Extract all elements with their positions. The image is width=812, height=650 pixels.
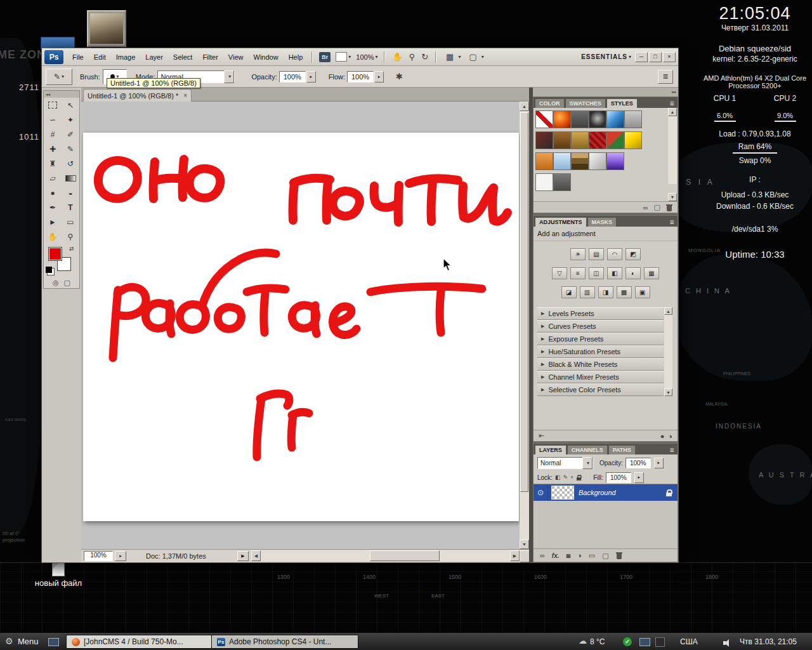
threshold-icon[interactable]: ◨ [598,286,613,298]
tab-paths[interactable]: PATHS [608,445,636,454]
taskbar-menu-button[interactable]: Menu [18,637,39,646]
style-swatch[interactable] [553,173,571,191]
curves-icon[interactable]: ◠ [607,248,622,260]
image-viewport[interactable] [81,102,520,549]
photo-filter-icon[interactable]: ◐ [625,267,641,279]
hand-pan-icon[interactable]: ✋ [389,52,405,62]
scroll-down-button[interactable]: ▼ [668,193,677,201]
layer-blend-mode-dropdown[interactable]: Normal ▾ [537,457,593,469]
brush-tool[interactable]: ✎ [62,142,79,156]
new-layer-icon[interactable]: ▢ [602,552,608,560]
style-swatch[interactable] [606,152,624,170]
style-swatch[interactable] [535,152,553,170]
style-swatch[interactable] [589,131,606,149]
screen-mode-toggle[interactable]: ▢ [64,279,70,287]
tab-color[interactable]: COLOR [535,98,565,108]
link-style-icon[interactable]: ∞ [643,204,648,211]
delete-layer-icon[interactable] [616,552,622,559]
style-swatch[interactable] [624,110,642,128]
tab-close-icon[interactable]: × [183,92,187,99]
show-desktop-icon[interactable] [48,638,59,646]
quick-mask-button[interactable]: ◎ [53,279,59,287]
style-swatch[interactable] [535,173,553,191]
tab-adjustments[interactable]: ADJUSTMENTS [535,217,587,227]
desktop-icon-new-file[interactable]: новый файл [28,561,89,588]
lock-all-icon[interactable] [577,475,581,481]
foreground-color-swatch[interactable] [48,247,62,261]
path-selection-tool[interactable]: ► [44,215,62,229]
lock-pixels-icon[interactable]: ✎ [563,474,568,481]
spot-healing-tool[interactable]: ✚ [44,142,62,156]
preset-row[interactable]: ▶Exposure Presets [537,333,664,345]
style-swatch[interactable] [553,131,571,149]
crop-tool[interactable]: # [44,127,62,142]
style-swatch[interactable] [553,110,571,128]
menu-view[interactable]: View [223,51,249,63]
blur-tool[interactable]: ● [44,185,62,200]
status-flyout-button[interactable]: ▶ [237,551,249,561]
toggle-panels-button[interactable]: ≣ [658,70,673,84]
style-swatch[interactable] [571,131,589,149]
layer-opacity-input[interactable]: 100% [625,458,651,468]
dock-collapse-bar[interactable]: ◂◂ [533,88,678,96]
tab-swatches[interactable]: SWATCHES [565,98,606,108]
opacity-spinner[interactable]: ▸ [306,71,316,83]
exposure-icon[interactable]: ◩ [625,248,641,260]
scroll-right-button[interactable]: ▶ [510,550,520,561]
default-colors-icon[interactable] [46,267,52,273]
menu-file[interactable]: File [67,51,89,63]
menu-window[interactable]: Window [249,51,284,63]
hand-tool[interactable]: ✋ [44,229,62,244]
bridge-button[interactable]: Br [319,52,331,62]
new-group-icon[interactable]: ▭ [589,552,595,560]
zoom-tool[interactable]: ⚲ [62,229,79,244]
eraser-tool[interactable]: ▱ [44,171,62,185]
lock-position-icon[interactable]: + [570,474,573,481]
minimize-button[interactable]: ─ [635,52,648,62]
style-swatch[interactable] [589,152,606,170]
flow-input[interactable]: 100% [347,71,374,83]
delete-style-icon[interactable] [666,204,672,211]
network-monitor-icon[interactable] [639,638,650,646]
vertical-scrollbar[interactable]: ▲ ▼ [520,102,529,549]
black-white-icon[interactable]: ◧ [607,267,622,279]
new-style-icon[interactable]: ▢ [654,203,660,211]
type-tool[interactable]: T [62,200,79,215]
lock-transparency-icon[interactable]: ◧ [555,474,561,481]
quick-selection-tool[interactable]: ✦ [62,112,79,127]
scroll-down-button[interactable]: ▼ [664,388,672,396]
tab-layers[interactable]: LAYERS [535,445,566,454]
taskbar-task-photoshop[interactable]: Ps Adobe Photoshop CS4 - Unt... [211,635,358,649]
close-button[interactable]: × [663,52,676,62]
panel-menu-icon[interactable]: ≣ [666,446,678,454]
style-swatch[interactable] [589,110,606,128]
photoshop-logo[interactable]: Ps [44,50,63,64]
zoom-level-button[interactable]: 100% ▾ [353,53,380,62]
style-swatch[interactable] [571,152,589,170]
channel-mixer-icon[interactable]: ▦ [644,267,659,279]
layer-visibility-eye-icon[interactable]: ⊙ [534,484,548,501]
style-swatch[interactable] [606,110,624,128]
tool-preset-picker[interactable]: ✎ ▾ [46,69,72,85]
gradient-map-icon[interactable]: ▩ [617,286,632,298]
rotate-view-icon[interactable]: ↻ [418,52,431,62]
invert-icon[interactable]: ◪ [561,286,577,298]
toolbox-header[interactable]: ◂◂ [44,91,79,98]
levels-icon[interactable]: ▤ [589,248,604,260]
fill-input[interactable]: 100% [606,472,631,483]
scroll-left-button[interactable]: ◀ [251,550,261,561]
dropdown-button[interactable]: ▾ [224,70,234,83]
posterize-icon[interactable]: ▥ [580,286,595,298]
new-adjustment-icon[interactable]: ◑ [577,552,582,559]
pen-tool[interactable]: ✒ [44,200,62,215]
preset-row[interactable]: ▶Hue/Saturation Presets [537,345,664,358]
color-balance-icon[interactable]: ◫ [589,267,604,279]
preset-row[interactable]: ▶Black & White Presets [537,358,664,371]
canvas[interactable] [83,133,519,521]
brightness-contrast-icon[interactable]: ☀ [570,248,586,260]
style-swatch[interactable] [571,110,589,128]
menu-filter[interactable]: Filter [197,51,223,63]
maximize-button[interactable]: □ [649,52,662,62]
panel-menu-icon[interactable]: ≣ [666,99,678,108]
tab-masks[interactable]: MASKS [587,217,617,227]
